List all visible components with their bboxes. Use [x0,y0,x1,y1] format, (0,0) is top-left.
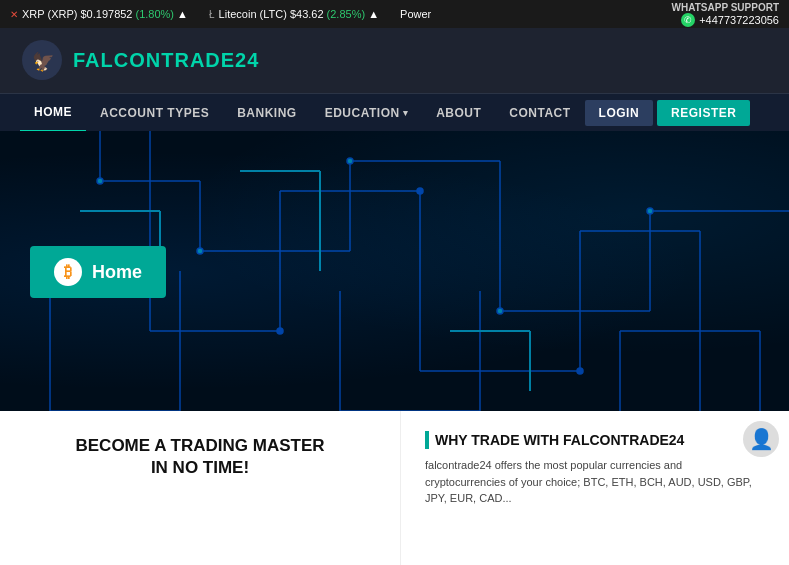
whatsapp-icon: ✆ [681,13,695,27]
nav-item-contact[interactable]: CONTACT [495,94,584,132]
logo-text-part1: FALCONTRADE [73,49,235,71]
svg-point-38 [347,158,353,164]
svg-text:🦅: 🦅 [32,51,55,73]
heading-line1: BECOME A TRADING MASTER [75,436,324,455]
bitcoin-icon: ₿ [54,258,82,286]
why-trade-body: falcontrade24 offers the most popular cu… [425,457,765,507]
trading-master-heading: BECOME A TRADING MASTER IN NO TIME! [30,435,370,479]
power-label: Power [400,8,431,20]
header: 🦅 FALCONTRADE24 [0,28,789,93]
ltc-symbol: Litecoin (LTC) [219,8,287,20]
xrp-symbol: XRP (XRP) [22,8,77,20]
svg-point-37 [197,248,203,254]
section-trading-master: BECOME A TRADING MASTER IN NO TIME! [0,411,401,565]
logo-image: 🦅 [20,38,65,83]
logo-text-part2: 24 [235,49,259,71]
nav-item-banking[interactable]: BANKING [223,94,311,132]
why-trade-heading: WHY TRADE WITH FALCONTRADE24 [425,431,765,449]
logo-text: FALCONTRADE24 [73,49,259,72]
nav-item-home[interactable]: HOME [20,94,86,132]
logo[interactable]: 🦅 FALCONTRADE24 [20,38,259,83]
avatar: 👤 [743,421,779,457]
whatsapp-support: WHATSAPP SUPPORT ✆ +447737223056 [672,0,779,28]
education-label: EDUCATION [325,106,400,120]
svg-point-41 [277,328,283,334]
whatsapp-label: WHATSAPP SUPPORT [672,2,779,13]
svg-point-36 [97,178,103,184]
svg-point-40 [647,208,653,214]
home-badge[interactable]: ₿ Home [30,246,166,298]
heading-line2: IN NO TIME! [151,458,249,477]
ltc-change: (2.85%) [327,8,366,20]
svg-point-43 [577,368,583,374]
ltc-icon: Ł [209,9,215,20]
whatsapp-phone: ✆ +447737223056 [681,13,779,27]
xrp-change: (1.80%) [135,8,174,20]
home-badge-text: Home [92,262,142,283]
svg-point-39 [497,308,503,314]
navigation: HOME ACCOUNT TYPES BANKING EDUCATION ▾ A… [0,93,789,131]
nav-item-login[interactable]: LOGIN [585,100,654,126]
svg-point-42 [417,188,423,194]
hero-section: ₿ Home [0,131,789,411]
ltc-price: $43.62 [290,8,324,20]
ticker-item-ltc: Ł Litecoin (LTC) $43.62 (2.85%) ▲ [209,8,382,20]
xrp-icon: ✕ [10,9,18,20]
phone-number: +447737223056 [699,14,779,26]
nav-item-register[interactable]: REGISTER [657,100,750,126]
section-why-trade: 👤 WHY TRADE WITH FALCONTRADE24 falcontra… [401,411,789,565]
nav-item-account-types[interactable]: ACCOUNT TYPES [86,94,223,132]
xrp-price: $0.197852 [80,8,132,20]
nav-item-education[interactable]: EDUCATION ▾ [311,94,422,132]
ticker-bar: ✕ XRP (XRP) $0.197852 (1.80%) ▲ Ł Liteco… [0,0,789,28]
ticker-item-power: Power [400,8,431,20]
education-dropdown-arrow: ▾ [403,108,409,118]
bottom-sections: BECOME A TRADING MASTER IN NO TIME! 👤 WH… [0,411,789,565]
ticker-item-xrp: ✕ XRP (XRP) $0.197852 (1.80%) ▲ [10,8,191,20]
nav-item-about[interactable]: ABOUT [422,94,495,132]
bitcoin-symbol: ₿ [64,263,72,281]
